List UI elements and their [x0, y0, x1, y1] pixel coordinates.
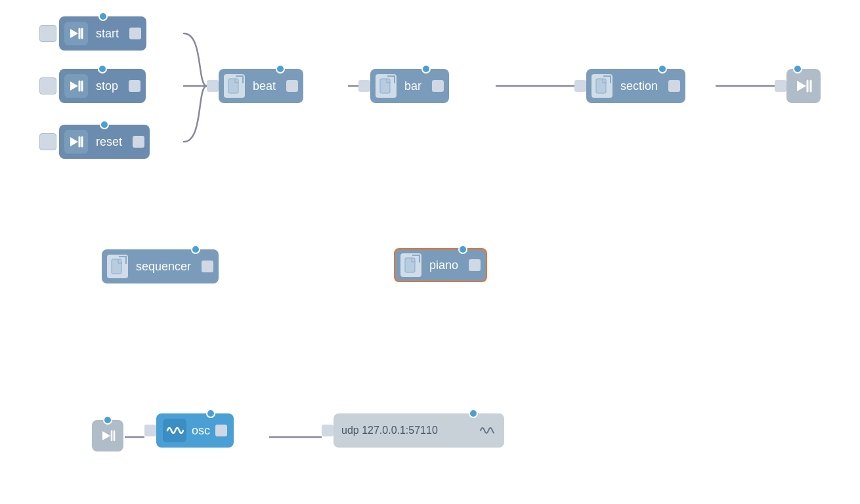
forward-input-port — [775, 80, 786, 92]
reset-output-port — [133, 136, 144, 148]
beat-top-dot — [276, 64, 285, 74]
sequencer-top-dot — [191, 245, 200, 254]
osc-output-port — [215, 425, 227, 436]
section-output-port — [668, 80, 680, 92]
svg-marker-17 — [102, 431, 110, 440]
reset-top-dot — [100, 120, 109, 129]
start-node[interactable]: start — [39, 16, 146, 51]
start-top-dot — [98, 12, 108, 21]
section-top-dot — [658, 64, 667, 74]
section-label: section — [616, 79, 662, 93]
beat-output-port — [286, 80, 298, 92]
bar-output-port — [432, 80, 444, 92]
bar-node[interactable]: bar — [358, 69, 449, 103]
section-doc-icon — [591, 74, 613, 98]
sequencer-label: sequencer — [132, 260, 195, 274]
reset-icon — [64, 130, 88, 154]
stop-label: stop — [92, 79, 122, 93]
stop-top-dot — [98, 64, 107, 74]
udp-node[interactable]: udp 127.0.0.1:57110 — [322, 413, 504, 448]
reset-label: reset — [92, 135, 126, 149]
beat-label: beat — [249, 79, 280, 93]
forward-arrow-box — [786, 69, 821, 103]
beat-input-port — [207, 80, 219, 92]
start-output-port — [129, 28, 141, 39]
bar-input-port — [358, 80, 370, 92]
svg-marker-0 — [70, 29, 78, 38]
start-icon — [64, 22, 88, 45]
osc-input-arrow-node[interactable] — [92, 420, 123, 452]
bar-top-dot — [421, 64, 431, 74]
osc-wave-icon — [163, 419, 186, 442]
osc-input-icon — [92, 420, 123, 452]
beat-doc-icon — [224, 74, 245, 98]
stop-icon — [64, 74, 88, 98]
bar-doc-icon — [376, 74, 397, 98]
stop-output-port — [129, 80, 140, 92]
svg-rect-11 — [596, 79, 606, 93]
sequencer-output-port — [202, 261, 213, 272]
svg-rect-16 — [405, 258, 415, 272]
udp-top-dot — [469, 409, 478, 418]
stop-checkbox[interactable] — [39, 77, 56, 94]
stop-node[interactable]: stop — [39, 69, 146, 103]
svg-rect-10 — [380, 79, 390, 93]
section-input-port — [574, 80, 586, 92]
section-node[interactable]: section — [574, 69, 685, 103]
piano-top-dot — [458, 245, 467, 254]
beat-node[interactable]: beat — [207, 69, 303, 103]
start-label: start — [92, 27, 123, 41]
piano-doc-icon — [400, 253, 421, 277]
svg-marker-6 — [70, 137, 78, 146]
udp-input-port — [322, 425, 333, 436]
osc-label: osc — [192, 424, 210, 438]
osc-node[interactable]: osc — [144, 413, 234, 448]
sequencer-node[interactable]: sequencer — [102, 249, 219, 284]
reset-checkbox[interactable] — [39, 133, 56, 150]
osc-top-dot — [206, 409, 215, 418]
udp-icon — [477, 421, 496, 440]
osc-input-top-dot — [103, 415, 112, 425]
forward-top-dot — [793, 64, 802, 74]
svg-rect-15 — [112, 259, 121, 274]
start-checkbox[interactable] — [39, 25, 56, 42]
udp-label: udp 127.0.0.1:57110 — [341, 425, 438, 436]
svg-marker-3 — [70, 81, 78, 91]
piano-label: piano — [425, 259, 462, 272]
svg-marker-12 — [797, 81, 806, 91]
reset-node[interactable]: reset — [39, 125, 150, 159]
piano-node[interactable]: piano — [394, 248, 487, 282]
piano-output-port — [469, 259, 481, 271]
sequencer-doc-icon — [107, 255, 128, 278]
bar-label: bar — [400, 79, 425, 93]
forward-node[interactable] — [775, 69, 821, 103]
osc-input-port — [144, 425, 156, 436]
svg-rect-9 — [228, 79, 238, 93]
